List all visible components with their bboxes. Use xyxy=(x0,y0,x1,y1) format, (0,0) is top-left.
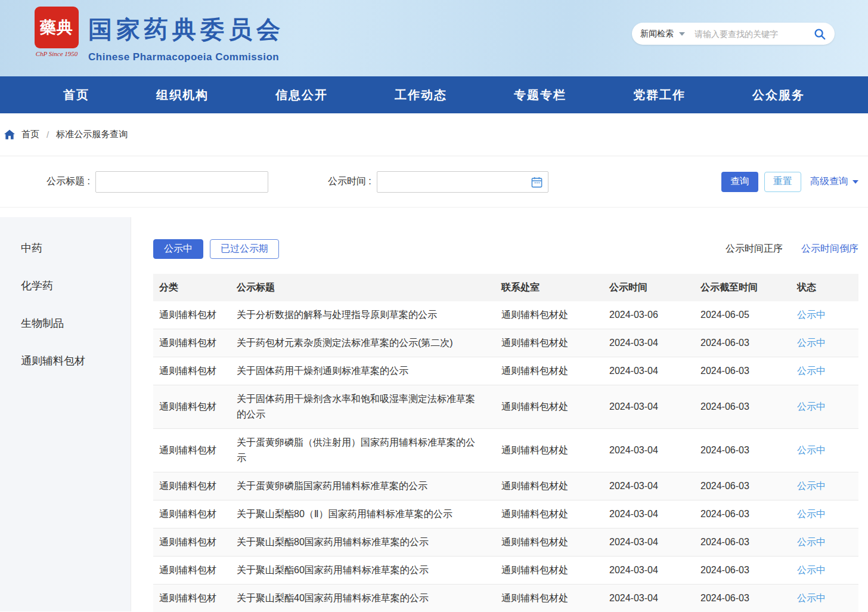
cell-status-link[interactable]: 公示中 xyxy=(797,564,851,577)
chevron-down-icon xyxy=(852,180,858,184)
breadcrumb-separator: / xyxy=(46,129,49,140)
cell-dept: 通则辅料包材处 xyxy=(501,564,609,577)
cell-deadline: 2024-06-03 xyxy=(700,537,797,548)
nav-item-information[interactable]: 信息公开 xyxy=(275,87,328,103)
nav-item-party-work[interactable]: 党群工作 xyxy=(633,87,686,103)
cell-notice-title-link[interactable]: 关于聚山梨酯80（Ⅱ）国家药用辅料标准草案的公示 xyxy=(237,506,501,522)
cell-deadline: 2024-06-03 xyxy=(700,401,797,412)
cell-category: 通则辅料包材 xyxy=(153,480,237,493)
table-body: 通则辅料包材 关于分析数据的解释与处理指导原则草案的公示 通则辅料包材处 202… xyxy=(153,301,858,612)
table-row: 通则辅料包材 关于聚山梨酯40国家药用辅料标准草案的公示 通则辅料包材处 202… xyxy=(153,585,858,612)
cell-status-link[interactable]: 公示中 xyxy=(797,401,851,413)
brand-block: 国家药典委员会 Chinese Pharmacopoeia Commission xyxy=(88,13,284,63)
cell-category: 通则辅料包材 xyxy=(153,564,237,577)
sort-time-desc-link[interactable]: 公示时间倒序 xyxy=(801,243,858,255)
seal-text: 藥典 xyxy=(40,17,73,38)
cell-notice-title-link[interactable]: 关于聚山梨酯40国家药用辅料标准草案的公示 xyxy=(237,591,501,606)
cell-notice-title-link[interactable]: 关于蛋黄卵磷脂（供注射用）国家药用辅料标准草案的公示 xyxy=(237,435,501,466)
magnifier-icon xyxy=(813,27,826,41)
site-header: 藥典 ChP Since 1950 国家药典委员会 Chinese Pharma… xyxy=(0,0,868,76)
cell-deadline: 2024-06-03 xyxy=(700,445,797,456)
cell-notice-title-link[interactable]: 关于固体药用干燥剂含水率和饱和吸湿率测定法标准草案的公示 xyxy=(237,391,501,422)
seal-logo-icon: 藥典 xyxy=(35,7,79,48)
cell-dept: 通则辅料包材处 xyxy=(501,444,609,457)
cell-status-link[interactable]: 公示中 xyxy=(797,508,851,521)
cell-publish-date: 2024-03-04 xyxy=(609,338,700,348)
nav-item-work-news[interactable]: 工作动态 xyxy=(395,87,447,103)
search-input[interactable] xyxy=(695,29,813,39)
notice-time-input[interactable] xyxy=(377,171,548,193)
cell-status-link[interactable]: 公示中 xyxy=(797,309,851,322)
advanced-query-label: 高级查询 xyxy=(810,175,848,188)
main-panel: 公示中 已过公示期 公示时间正序 公示时间倒序 分类 公示标题 联系处室 公示时… xyxy=(131,217,868,611)
sidebar-item-chemical[interactable]: 化学药 xyxy=(0,267,131,305)
nav-item-public-service[interactable]: 公众服务 xyxy=(752,87,805,103)
cell-notice-title-link[interactable]: 关于蛋黄卵磷脂国家药用辅料标准草案的公示 xyxy=(237,478,501,494)
cell-status-link[interactable]: 公示中 xyxy=(797,536,851,549)
cell-status-link[interactable]: 公示中 xyxy=(797,592,851,605)
col-header-publish-date: 公示时间 xyxy=(609,282,700,294)
sidebar-item-tcm[interactable]: 中药 xyxy=(0,230,131,267)
breadcrumb-home-link[interactable]: 首页 xyxy=(21,129,39,140)
sort-links: 公示时间正序 公示时间倒序 xyxy=(726,243,858,255)
cell-notice-title-link[interactable]: 关于固体药用干燥剂通则标准草案的公示 xyxy=(237,363,501,379)
site-subtitle: Chinese Pharmacopoeia Commission xyxy=(88,51,284,63)
cell-category: 通则辅料包材 xyxy=(153,444,237,457)
cell-category: 通则辅料包材 xyxy=(153,592,237,605)
cell-category: 通则辅料包材 xyxy=(153,365,237,378)
content-wrap: 中药 化学药 生物制品 通则辅料包材 公示中 已过公示期 公示时间正序 公示时间… xyxy=(0,217,868,611)
cell-notice-title-link[interactable]: 关于聚山梨酯80国家药用辅料标准草案的公示 xyxy=(237,534,501,550)
nav-item-special-topics[interactable]: 专题专栏 xyxy=(514,87,566,103)
query-button[interactable]: 查询 xyxy=(721,172,758,192)
cell-dept: 通则辅料包材处 xyxy=(501,592,609,605)
cell-dept: 通则辅料包材处 xyxy=(501,480,609,493)
table-row: 通则辅料包材 关于蛋黄卵磷脂国家药用辅料标准草案的公示 通则辅料包材处 2024… xyxy=(153,472,858,500)
cell-dept: 通则辅料包材处 xyxy=(501,536,609,549)
notice-title-label: 公示标题 : xyxy=(46,175,90,188)
advanced-query-link[interactable]: 高级查询 xyxy=(810,175,858,188)
sort-time-asc-link[interactable]: 公示时间正序 xyxy=(726,243,783,255)
category-sidebar: 中药 化学药 生物制品 通则辅料包材 xyxy=(0,217,131,611)
cell-category: 通则辅料包材 xyxy=(153,337,237,350)
list-toolbar: 公示中 已过公示期 公示时间正序 公示时间倒序 xyxy=(153,239,858,259)
cell-deadline: 2024-06-03 xyxy=(700,593,797,604)
logo-tagline: ChP Since 1950 xyxy=(33,50,80,57)
notice-time-label: 公示时间 : xyxy=(328,175,371,188)
sidebar-item-general-excipients[interactable]: 通则辅料包材 xyxy=(0,342,131,380)
cell-category: 通则辅料包材 xyxy=(153,309,237,322)
cell-status-link[interactable]: 公示中 xyxy=(797,365,851,378)
table-row: 通则辅料包材 关于聚山梨酯80国家药用辅料标准草案的公示 通则辅料包材处 202… xyxy=(153,528,858,557)
cell-notice-title-link[interactable]: 关于分析数据的解释与处理指导原则草案的公示 xyxy=(237,307,501,323)
table-row: 通则辅料包材 关于聚山梨酯60国家药用辅料标准草案的公示 通则辅料包材处 202… xyxy=(153,557,858,585)
table-header-row: 分类 公示标题 联系处室 公示时间 公示截至时间 状态 xyxy=(153,274,858,301)
chevron-down-icon[interactable] xyxy=(679,32,685,36)
nav-item-home[interactable]: 首页 xyxy=(63,87,89,103)
cell-category: 通则辅料包材 xyxy=(153,536,237,549)
cell-notice-title-link[interactable]: 关于聚山梨酯60国家药用辅料标准草案的公示 xyxy=(237,562,501,578)
table-row: 通则辅料包材 关于固体药用干燥剂通则标准草案的公示 通则辅料包材处 2024-0… xyxy=(153,357,858,385)
cell-dept: 通则辅料包材处 xyxy=(501,309,609,322)
search-submit-button[interactable] xyxy=(813,27,826,41)
search-category-select[interactable]: 新闻检索 xyxy=(640,29,674,39)
cell-notice-title-link[interactable]: 关于药包材元素杂质测定法标准草案的公示(第二次) xyxy=(237,335,501,351)
site-logo[interactable]: 藥典 ChP Since 1950 xyxy=(33,7,80,57)
tab-past-publicity[interactable]: 已过公示期 xyxy=(210,239,279,259)
table-row: 通则辅料包材 关于药包材元素杂质测定法标准草案的公示(第二次) 通则辅料包材处 … xyxy=(153,329,858,357)
notice-title-input[interactable] xyxy=(95,171,268,193)
home-icon[interactable] xyxy=(4,129,15,140)
sidebar-item-biologics[interactable]: 生物制品 xyxy=(0,305,131,342)
cell-publish-date: 2024-03-04 xyxy=(609,593,700,604)
cell-status-link[interactable]: 公示中 xyxy=(797,480,851,493)
cell-deadline: 2024-06-03 xyxy=(700,338,797,348)
notice-table: 分类 公示标题 联系处室 公示时间 公示截至时间 状态 通则辅料包材 关于分析数… xyxy=(153,274,858,612)
col-header-category: 分类 xyxy=(153,282,237,294)
cell-publish-date: 2024-03-04 xyxy=(609,445,700,456)
cell-status-link[interactable]: 公示中 xyxy=(797,444,851,457)
tab-in-publicity[interactable]: 公示中 xyxy=(153,239,203,259)
reset-button[interactable]: 重置 xyxy=(764,172,801,192)
cell-publish-date: 2024-03-06 xyxy=(609,310,700,320)
cell-publish-date: 2024-03-04 xyxy=(609,401,700,412)
cell-status-link[interactable]: 公示中 xyxy=(797,337,851,350)
nav-item-organization[interactable]: 组织机构 xyxy=(156,87,209,103)
calendar-icon[interactable] xyxy=(531,177,542,188)
